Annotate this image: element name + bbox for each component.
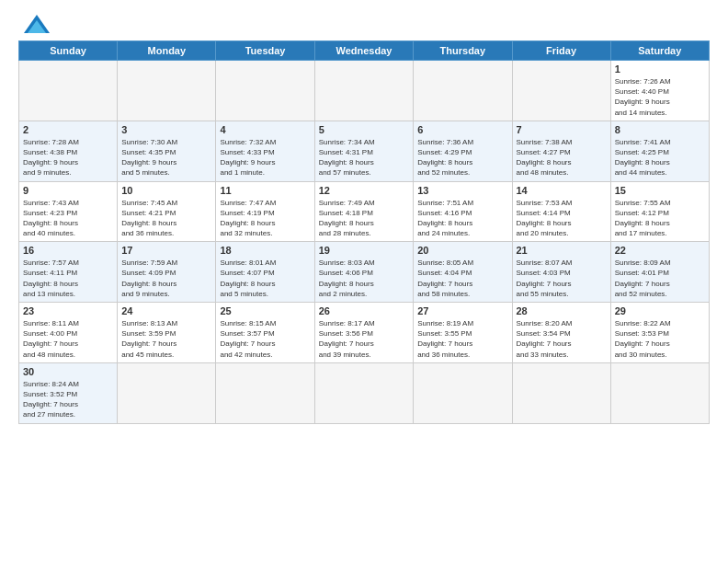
calendar-day: 5Sunrise: 7:34 AM Sunset: 4:31 PM Daylig…	[314, 121, 413, 181]
calendar-day: 6Sunrise: 7:36 AM Sunset: 4:29 PM Daylig…	[414, 121, 512, 181]
day-number: 8	[615, 124, 705, 135]
day-info: Sunrise: 8:20 AM Sunset: 3:54 PM Dayligh…	[517, 318, 607, 360]
calendar-day: 10Sunrise: 7:45 AM Sunset: 4:21 PM Dayli…	[118, 181, 216, 242]
calendar-day: 11Sunrise: 7:47 AM Sunset: 4:19 PM Dayli…	[216, 181, 314, 242]
day-info: Sunrise: 7:36 AM Sunset: 4:29 PM Dayligh…	[417, 137, 507, 178]
day-info: Sunrise: 7:28 AM Sunset: 4:38 PM Dayligh…	[23, 137, 113, 178]
calendar-header-monday: Monday	[118, 41, 216, 61]
calendar-week-row: 16Sunrise: 7:57 AM Sunset: 4:11 PM Dayli…	[19, 242, 710, 303]
day-number: 22	[615, 245, 705, 256]
calendar-day: 1Sunrise: 7:26 AM Sunset: 4:40 PM Daylig…	[610, 61, 709, 121]
day-info: Sunrise: 7:47 AM Sunset: 4:19 PM Dayligh…	[220, 198, 310, 239]
calendar-day: 18Sunrise: 8:01 AM Sunset: 4:07 PM Dayli…	[216, 242, 314, 303]
calendar-day: 30Sunrise: 8:24 AM Sunset: 3:52 PM Dayli…	[19, 362, 118, 423]
calendar-header-tuesday: Tuesday	[216, 41, 314, 61]
day-number: 23	[23, 305, 113, 316]
day-info: Sunrise: 7:32 AM Sunset: 4:33 PM Dayligh…	[220, 137, 310, 178]
calendar-day: 2Sunrise: 7:28 AM Sunset: 4:38 PM Daylig…	[19, 121, 118, 181]
calendar-day: 23Sunrise: 8:11 AM Sunset: 4:00 PM Dayli…	[19, 303, 118, 363]
calendar-day: 28Sunrise: 8:20 AM Sunset: 3:54 PM Dayli…	[512, 303, 610, 363]
day-number: 7	[517, 124, 607, 135]
day-info: Sunrise: 7:43 AM Sunset: 4:23 PM Dayligh…	[23, 198, 113, 239]
calendar-header-sunday: Sunday	[19, 41, 118, 61]
calendar-day	[512, 362, 610, 423]
calendar-day: 7Sunrise: 7:38 AM Sunset: 4:27 PM Daylig…	[512, 121, 610, 181]
day-number: 13	[417, 185, 507, 196]
calendar-day: 25Sunrise: 8:15 AM Sunset: 3:57 PM Dayli…	[216, 303, 314, 363]
day-number: 17	[121, 245, 211, 256]
calendar-day: 22Sunrise: 8:09 AM Sunset: 4:01 PM Dayli…	[610, 242, 709, 303]
day-info: Sunrise: 8:24 AM Sunset: 3:52 PM Dayligh…	[23, 379, 113, 420]
calendar-week-row: 23Sunrise: 8:11 AM Sunset: 4:00 PM Dayli…	[19, 303, 710, 363]
header	[18, 15, 710, 33]
day-number: 26	[319, 305, 409, 316]
day-number: 27	[417, 305, 507, 316]
day-number: 30	[23, 366, 113, 377]
calendar-week-row: 2Sunrise: 7:28 AM Sunset: 4:38 PM Daylig…	[19, 121, 710, 181]
calendar-day	[216, 362, 314, 423]
day-number: 10	[121, 185, 211, 196]
day-number: 25	[220, 305, 310, 316]
logo-icon	[24, 15, 50, 33]
calendar-day	[414, 362, 512, 423]
logo-text	[18, 15, 50, 33]
calendar-week-row: 9Sunrise: 7:43 AM Sunset: 4:23 PM Daylig…	[19, 181, 710, 242]
calendar-day	[314, 61, 413, 121]
calendar-day	[512, 61, 610, 121]
day-number: 3	[121, 124, 211, 135]
day-number: 18	[220, 245, 310, 256]
day-info: Sunrise: 7:51 AM Sunset: 4:16 PM Dayligh…	[417, 198, 507, 239]
day-number: 6	[417, 124, 507, 135]
day-number: 5	[319, 124, 409, 135]
calendar-day: 16Sunrise: 7:57 AM Sunset: 4:11 PM Dayli…	[19, 242, 118, 303]
day-info: Sunrise: 8:22 AM Sunset: 3:53 PM Dayligh…	[615, 318, 705, 360]
day-number: 15	[615, 185, 705, 196]
day-number: 29	[615, 305, 705, 316]
calendar-header-wednesday: Wednesday	[314, 41, 413, 61]
day-number: 14	[517, 185, 607, 196]
calendar-day: 3Sunrise: 7:30 AM Sunset: 4:35 PM Daylig…	[118, 121, 216, 181]
calendar-day: 12Sunrise: 7:49 AM Sunset: 4:18 PM Dayli…	[314, 181, 413, 242]
calendar-day	[610, 362, 709, 423]
day-number: 24	[121, 305, 211, 316]
day-number: 9	[23, 185, 113, 196]
day-info: Sunrise: 7:57 AM Sunset: 4:11 PM Dayligh…	[23, 258, 113, 299]
calendar-day	[118, 362, 216, 423]
calendar-day	[216, 61, 314, 121]
calendar-day: 24Sunrise: 8:13 AM Sunset: 3:59 PM Dayli…	[118, 303, 216, 363]
day-info: Sunrise: 7:38 AM Sunset: 4:27 PM Dayligh…	[517, 137, 607, 178]
calendar-day: 4Sunrise: 7:32 AM Sunset: 4:33 PM Daylig…	[216, 121, 314, 181]
day-number: 4	[220, 124, 310, 135]
calendar-day	[314, 362, 413, 423]
day-info: Sunrise: 8:11 AM Sunset: 4:00 PM Dayligh…	[23, 318, 113, 360]
day-info: Sunrise: 8:09 AM Sunset: 4:01 PM Dayligh…	[615, 258, 705, 299]
calendar-header-saturday: Saturday	[610, 41, 709, 61]
day-info: Sunrise: 7:34 AM Sunset: 4:31 PM Dayligh…	[319, 137, 409, 178]
day-number: 1	[615, 63, 705, 75]
logo	[18, 15, 50, 33]
calendar-week-row: 1Sunrise: 7:26 AM Sunset: 4:40 PM Daylig…	[19, 61, 710, 121]
calendar-header-friday: Friday	[512, 41, 610, 61]
calendar-header-thursday: Thursday	[414, 41, 512, 61]
day-info: Sunrise: 8:03 AM Sunset: 4:06 PM Dayligh…	[319, 258, 409, 299]
day-number: 21	[517, 245, 607, 256]
day-info: Sunrise: 8:13 AM Sunset: 3:59 PM Dayligh…	[121, 318, 211, 360]
calendar-day: 15Sunrise: 7:55 AM Sunset: 4:12 PM Dayli…	[610, 181, 709, 242]
day-info: Sunrise: 7:53 AM Sunset: 4:14 PM Dayligh…	[517, 198, 607, 239]
calendar-day: 20Sunrise: 8:05 AM Sunset: 4:04 PM Dayli…	[414, 242, 512, 303]
day-info: Sunrise: 8:01 AM Sunset: 4:07 PM Dayligh…	[220, 258, 310, 299]
calendar-day: 8Sunrise: 7:41 AM Sunset: 4:25 PM Daylig…	[610, 121, 709, 181]
day-info: Sunrise: 8:17 AM Sunset: 3:56 PM Dayligh…	[319, 318, 409, 360]
day-number: 2	[23, 124, 113, 135]
calendar-day: 26Sunrise: 8:17 AM Sunset: 3:56 PM Dayli…	[314, 303, 413, 363]
day-number: 19	[319, 245, 409, 256]
day-info: Sunrise: 8:07 AM Sunset: 4:03 PM Dayligh…	[517, 258, 607, 299]
day-info: Sunrise: 7:26 AM Sunset: 4:40 PM Dayligh…	[615, 76, 705, 118]
day-number: 20	[417, 245, 507, 256]
day-info: Sunrise: 7:49 AM Sunset: 4:18 PM Dayligh…	[319, 198, 409, 239]
calendar-day: 9Sunrise: 7:43 AM Sunset: 4:23 PM Daylig…	[19, 181, 118, 242]
day-info: Sunrise: 7:59 AM Sunset: 4:09 PM Dayligh…	[121, 258, 211, 299]
calendar-day: 17Sunrise: 7:59 AM Sunset: 4:09 PM Dayli…	[118, 242, 216, 303]
calendar-day: 27Sunrise: 8:19 AM Sunset: 3:55 PM Dayli…	[414, 303, 512, 363]
day-number: 16	[23, 245, 113, 256]
